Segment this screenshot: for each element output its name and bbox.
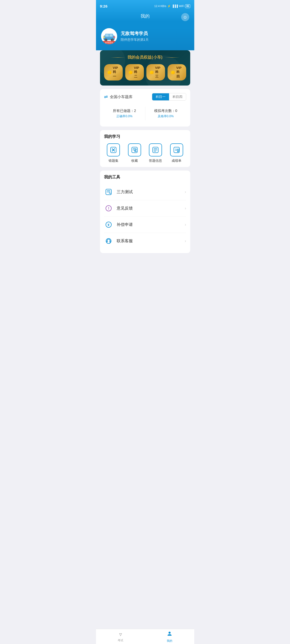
- vip-title-text: 我的会员权益(小车): [127, 55, 163, 60]
- score-icon-box: 100: [170, 143, 183, 156]
- status-time: 9:26: [100, 4, 108, 8]
- vip-diamond-icon-2: [129, 71, 133, 74]
- compensation-icon-wrap: ¥: [104, 220, 113, 229]
- stats-grid: 所有已做题：2 正确率0.0% 模拟考次数：0 及格率0.0%: [104, 105, 186, 123]
- tool-compensation[interactable]: ¥ 补偿申请 ›: [104, 217, 186, 233]
- vip-btn-label-4: VIP科四: [176, 66, 183, 79]
- stat-mock-label: 模拟考次数：0: [145, 109, 186, 113]
- feedback-label: 意见反馈: [117, 206, 181, 211]
- learning-grid: 错题集 收藏: [104, 143, 186, 163]
- feedback-icon-wrap: !: [104, 204, 113, 213]
- feedback-icon: !: [105, 205, 112, 212]
- score-icon: 100: [173, 146, 180, 153]
- tool-service[interactable]: 联系客服 ›: [104, 233, 186, 249]
- vip-diamond-icon-4: [171, 71, 175, 74]
- camera-button[interactable]: ⊙: [181, 13, 189, 21]
- collect-icon: [131, 146, 138, 153]
- svg-rect-9: [113, 36, 115, 38]
- tool-feedback[interactable]: ! 意见反馈 ›: [104, 200, 186, 217]
- answer-icon: [152, 146, 159, 153]
- tool-sanli[interactable]: 三力测试 ›: [104, 184, 186, 200]
- user-profile: 新规题库 无敌驾考学员 陪伴您学车的第1天: [96, 28, 194, 50]
- learning-section: 我的学习 错题集: [100, 130, 190, 167]
- learning-item-collect[interactable]: 收藏: [125, 143, 144, 163]
- bluetooth-icon: ⚡: [167, 5, 171, 8]
- collect-label: 收藏: [131, 158, 138, 163]
- stat-done: 所有已做题：2 正确率0.0%: [104, 107, 145, 120]
- error-label: 错题集: [109, 158, 118, 163]
- username: 无敌驾考学员: [121, 30, 149, 36]
- vip-buttons: VIP科一 VIP科二 VIP科三 VIP科四: [104, 64, 186, 80]
- camera-icon: ⊙: [183, 15, 187, 20]
- vip-btn-label-3: VIP科三: [155, 66, 162, 79]
- service-icon-wrap: [104, 236, 113, 246]
- vip-diamond-icon-3: [150, 71, 154, 74]
- error-icon: [110, 146, 117, 153]
- vip-btn-subject2[interactable]: VIP科二: [125, 64, 144, 80]
- tools-section: 我的工具 三力测试 › ! 意见反馈 › ¥: [100, 171, 190, 253]
- svg-rect-3: [109, 34, 112, 36]
- stats-card: ⇌ 全国小车题库 科目一 科目四 所有已做题：2 正确率0.0% 模拟考次数：0…: [100, 89, 190, 127]
- vip-btn-subject4[interactable]: VIP科四: [168, 64, 186, 80]
- battery-indicator: 86: [185, 4, 190, 8]
- vip-title-line-left: [110, 57, 125, 58]
- svg-text:!: !: [108, 206, 109, 210]
- feedback-arrow: ›: [185, 206, 186, 211]
- collect-icon-box: [128, 143, 141, 156]
- sanli-arrow: ›: [185, 190, 186, 194]
- vip-btn-label-2: VIP科二: [134, 66, 140, 79]
- svg-rect-34: [107, 241, 108, 242]
- service-label: 联系客服: [117, 238, 181, 244]
- avatar-badge: 新规题库: [101, 41, 117, 44]
- network-speed: 12.4 KB/s: [154, 5, 166, 8]
- user-info: 无敌驾考学员 陪伴您学车的第1天: [121, 30, 149, 42]
- stats-title: ⇌ 全国小车题库: [104, 94, 133, 100]
- sanli-icon: [105, 188, 112, 195]
- signal-icon: ▐▐▐: [172, 5, 178, 8]
- svg-rect-8: [103, 36, 105, 38]
- stat-mock: 模拟考次数：0 及格率0.0%: [145, 107, 186, 120]
- stats-header: ⇌ 全国小车题库 科目一 科目四: [104, 93, 186, 101]
- learning-title: 我的学习: [104, 134, 186, 139]
- compensation-icon: ¥: [105, 221, 112, 228]
- status-right: 12.4 KB/s ⚡ ▐▐▐ WiFi 86: [154, 4, 190, 8]
- service-icon: [105, 237, 112, 245]
- vip-card[interactable]: 我的会员权益(小车) VIP科一 VIP科二 VIP科三 VIP科四: [100, 50, 190, 86]
- vip-btn-subject1[interactable]: VIP科一: [104, 64, 123, 80]
- score-label: 成绩单: [172, 158, 181, 163]
- svg-text:¥: ¥: [108, 223, 110, 227]
- sanli-label: 三力测试: [117, 189, 181, 195]
- answer-label: 答题信息: [149, 158, 162, 163]
- compensation-arrow: ›: [185, 222, 186, 227]
- tab-subject4[interactable]: 科目四: [169, 93, 186, 100]
- stat-done-sub: 正确率0.0%: [104, 114, 145, 118]
- header: 我的 ⊙: [96, 11, 194, 28]
- compensation-label: 补偿申请: [117, 222, 181, 227]
- svg-rect-2: [105, 34, 109, 36]
- vip-title: 我的会员权益(小车): [104, 55, 186, 60]
- learning-item-score[interactable]: 100 成绩单: [167, 143, 186, 163]
- learning-item-error[interactable]: 错题集: [104, 143, 123, 163]
- avatar-image: [102, 30, 116, 42]
- tools-title: 我的工具: [104, 175, 186, 180]
- subject-tabs: 科目一 科目四: [152, 93, 186, 101]
- error-icon-box: [107, 143, 120, 156]
- exchange-icon: ⇌: [104, 94, 108, 100]
- learning-item-answer[interactable]: 答题信息: [146, 143, 165, 163]
- svg-marker-16: [136, 150, 137, 151]
- answer-icon-box: [149, 143, 162, 156]
- page-title: 我的: [101, 13, 189, 23]
- wifi-icon: WiFi: [179, 5, 184, 8]
- svg-point-7: [111, 39, 113, 41]
- vip-btn-label-1: VIP科一: [113, 66, 119, 79]
- stat-done-label: 所有已做题：2: [104, 109, 145, 113]
- svg-point-5: [105, 39, 106, 41]
- stats-section-title: 全国小车题库: [110, 95, 133, 99]
- stat-mock-sub: 及格率0.0%: [145, 114, 186, 118]
- vip-diamond-icon: [108, 71, 112, 74]
- tab-subject1[interactable]: 科目一: [152, 93, 169, 100]
- vip-btn-subject3[interactable]: VIP科三: [146, 64, 165, 80]
- avatar[interactable]: 新规题库: [101, 28, 117, 44]
- user-subtitle: 陪伴您学车的第1天: [121, 37, 149, 42]
- sanli-icon-wrap: [104, 187, 113, 196]
